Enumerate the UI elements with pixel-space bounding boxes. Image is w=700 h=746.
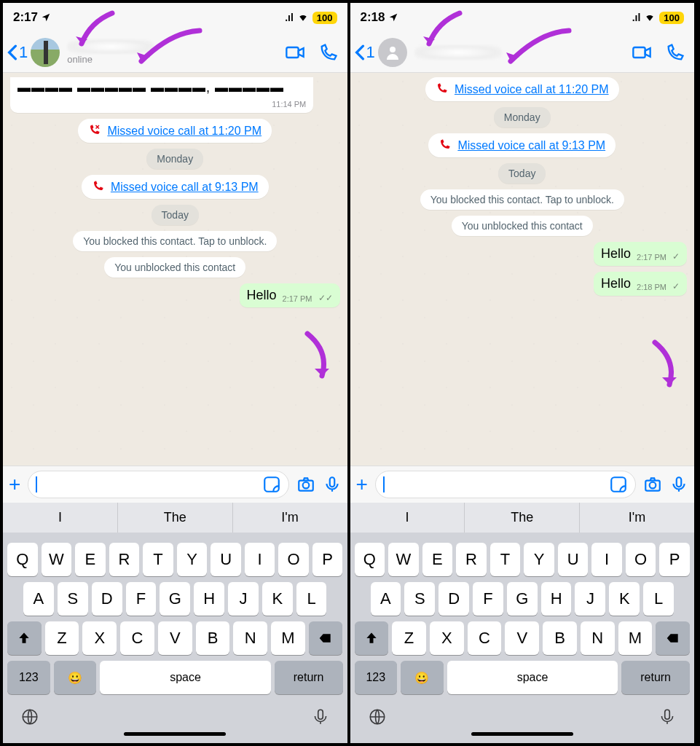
key-s[interactable]: S — [404, 582, 435, 616]
suggestion[interactable]: I — [3, 503, 118, 533]
message-input[interactable] — [28, 471, 288, 498]
return-key[interactable]: return — [275, 661, 343, 694]
chat-body[interactable]: ▬▬▬▬ ▬▬▬▬▬ ▬▬▬▬, ▬▬▬▬▬ 11:14 PM Missed v… — [3, 73, 347, 466]
return-key[interactable]: return — [621, 661, 690, 694]
contact-avatar[interactable] — [31, 38, 60, 67]
contact-info[interactable] — [410, 45, 629, 60]
key-v[interactable]: V — [505, 621, 539, 655]
outgoing-message[interactable]: Hello 2:17 PM ✓ — [594, 242, 687, 266]
key-r[interactable]: R — [456, 543, 487, 576]
numbers-key[interactable]: 123 — [355, 661, 398, 694]
space-key[interactable]: space — [100, 661, 270, 694]
missed-call-link[interactable]: Missed voice call at 9:13 PM — [457, 139, 605, 152]
key-z[interactable]: Z — [45, 621, 79, 655]
key-i[interactable]: I — [245, 543, 275, 576]
key-d[interactable]: D — [92, 582, 122, 616]
key-m[interactable]: M — [271, 621, 305, 655]
key-i[interactable]: I — [591, 543, 622, 576]
suggestion[interactable]: The — [465, 503, 580, 533]
camera-icon[interactable] — [296, 475, 315, 494]
home-indicator[interactable] — [124, 732, 226, 736]
dictation-icon[interactable] — [658, 707, 677, 726]
key-l[interactable]: L — [643, 582, 674, 616]
key-t[interactable]: T — [490, 543, 521, 576]
key-c[interactable]: C — [468, 621, 502, 655]
key-w[interactable]: W — [42, 543, 72, 576]
key-a[interactable]: A — [23, 582, 54, 616]
contact-avatar-placeholder[interactable] — [378, 38, 407, 67]
key-s[interactable]: S — [58, 582, 88, 616]
voice-call-icon[interactable] — [318, 42, 339, 63]
suggestion[interactable]: I'm — [580, 503, 694, 533]
key-e[interactable]: E — [422, 543, 453, 576]
key-x[interactable]: X — [430, 621, 464, 655]
missed-call-link[interactable]: Missed voice call at 11:20 PM — [455, 83, 609, 96]
attach-button[interactable]: + — [356, 473, 368, 496]
key-b[interactable]: B — [543, 621, 577, 655]
suggestion[interactable]: I'm — [233, 503, 347, 533]
key-x[interactable]: X — [82, 621, 117, 655]
contact-info[interactable]: online — [63, 39, 281, 65]
missed-call-link[interactable]: Missed voice call at 11:20 PM — [107, 125, 261, 138]
video-call-icon[interactable] — [632, 42, 652, 63]
blocked-pill[interactable]: You blocked this contact. Tap to unblock… — [420, 189, 624, 210]
key-w[interactable]: W — [388, 543, 419, 576]
attach-button[interactable]: + — [9, 473, 20, 496]
mic-icon[interactable] — [669, 475, 688, 494]
key-p[interactable]: P — [659, 543, 690, 576]
key-y[interactable]: Y — [524, 543, 554, 576]
back-button[interactable]: 1 — [355, 43, 375, 62]
key-j[interactable]: J — [575, 582, 605, 616]
missed-call-link[interactable]: Missed voice call at 9:13 PM — [111, 181, 259, 194]
key-q[interactable]: Q — [355, 543, 385, 576]
key-u[interactable]: U — [558, 543, 589, 576]
home-indicator[interactable] — [471, 732, 573, 736]
globe-icon[interactable] — [368, 707, 387, 726]
key-e[interactable]: E — [75, 543, 106, 576]
incoming-message[interactable]: ▬▬▬▬ ▬▬▬▬▬ ▬▬▬▬, ▬▬▬▬▬ 11:14 PM — [10, 77, 313, 113]
missed-call-pill[interactable]: Missed voice call at 9:13 PM — [428, 133, 616, 157]
key-u[interactable]: U — [211, 543, 241, 576]
key-o[interactable]: O — [626, 543, 656, 576]
key-q[interactable]: Q — [7, 543, 38, 576]
suggestion[interactable]: The — [118, 503, 233, 533]
sticker-icon[interactable] — [609, 475, 628, 494]
key-k[interactable]: K — [609, 582, 640, 616]
key-t[interactable]: T — [143, 543, 173, 576]
key-f[interactable]: F — [473, 582, 503, 616]
missed-call-pill[interactable]: Missed voice call at 9:13 PM — [82, 175, 269, 199]
backspace-key[interactable] — [309, 621, 343, 655]
back-button[interactable]: 1 — [7, 43, 28, 62]
key-h[interactable]: H — [194, 582, 224, 616]
space-key[interactable]: space — [447, 661, 618, 694]
key-b[interactable]: B — [196, 621, 230, 655]
key-n[interactable]: N — [581, 621, 615, 655]
globe-icon[interactable] — [20, 707, 39, 726]
shift-key[interactable] — [355, 621, 389, 655]
outgoing-message[interactable]: Hello 2:17 PM ✓✓ — [240, 283, 340, 307]
key-k[interactable]: K — [262, 582, 293, 616]
missed-call-pill[interactable]: Missed voice call at 11:20 PM — [425, 77, 619, 101]
mic-icon[interactable] — [323, 475, 342, 494]
sticker-icon[interactable] — [262, 475, 281, 494]
key-p[interactable]: P — [312, 543, 343, 576]
outgoing-message[interactable]: Hello 2:18 PM ✓ — [594, 272, 687, 296]
missed-call-pill[interactable]: Missed voice call at 11:20 PM — [78, 119, 272, 143]
key-h[interactable]: H — [541, 582, 572, 616]
key-l[interactable]: L — [296, 582, 327, 616]
key-r[interactable]: R — [109, 543, 140, 576]
key-a[interactable]: A — [371, 582, 401, 616]
key-z[interactable]: Z — [392, 621, 426, 655]
suggestion[interactable]: I — [350, 503, 465, 533]
key-n[interactable]: N — [233, 621, 267, 655]
emoji-key[interactable]: 😀 — [54, 661, 97, 694]
key-j[interactable]: J — [228, 582, 259, 616]
backspace-key[interactable] — [656, 621, 690, 655]
key-v[interactable]: V — [158, 621, 192, 655]
voice-call-icon[interactable] — [665, 42, 685, 63]
key-y[interactable]: Y — [177, 543, 208, 576]
key-f[interactable]: F — [126, 582, 157, 616]
numbers-key[interactable]: 123 — [7, 661, 50, 694]
dictation-icon[interactable] — [311, 707, 330, 726]
emoji-key[interactable]: 😀 — [401, 661, 444, 694]
